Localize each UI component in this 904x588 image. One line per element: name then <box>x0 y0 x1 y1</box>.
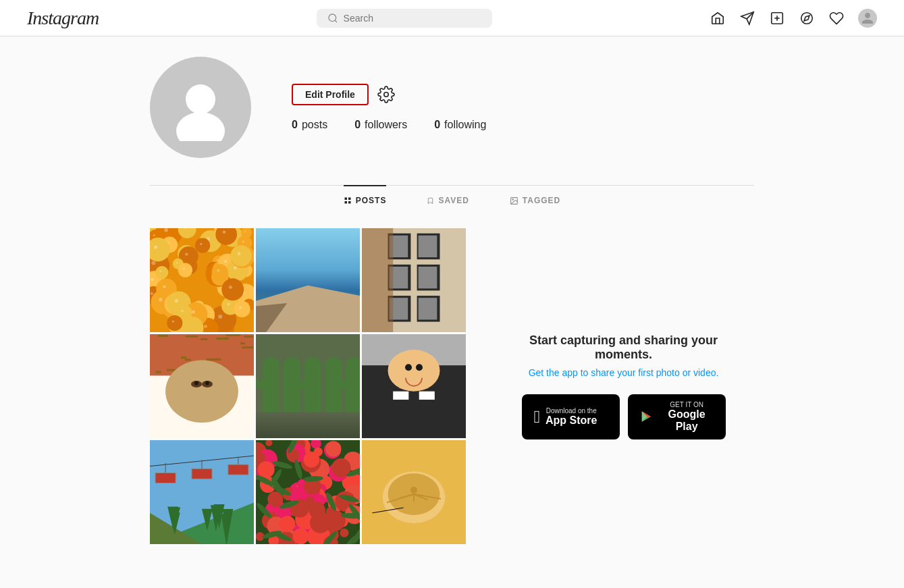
app-store-line1: Download on the <box>546 407 597 415</box>
main-header: Instagram <box>0 0 904 36</box>
svg-line-1 <box>335 20 337 22</box>
home-icon[interactable] <box>710 10 726 26</box>
svg-point-0 <box>329 14 336 22</box>
grid-cell-8[interactable] <box>256 440 360 544</box>
tab-saved-label: SAVED <box>438 196 469 205</box>
svg-rect-14 <box>344 201 347 204</box>
tag-icon <box>510 196 519 205</box>
tab-tagged[interactable]: TAGGED <box>510 185 560 215</box>
svg-marker-8 <box>804 16 809 21</box>
apple-icon:  <box>534 406 541 427</box>
grid-icon <box>344 196 352 205</box>
app-promo: Start capturing and sharing your moments… <box>493 228 754 544</box>
svg-point-17 <box>512 198 514 200</box>
followers-count: 0 <box>354 119 361 131</box>
tab-tagged-label: TAGGED <box>523 196 560 205</box>
add-post-icon[interactable] <box>769 10 785 26</box>
promo-subtitle: Get the app to share your first photo or… <box>529 367 719 378</box>
grid-cell-1[interactable] <box>150 228 254 332</box>
profile-stats: 0 posts 0 followers 0 following <box>292 119 754 131</box>
svg-point-11 <box>384 92 389 97</box>
profile-content: Start capturing and sharing your moments… <box>136 215 768 558</box>
heart-icon[interactable] <box>828 10 845 26</box>
grid-cell-2[interactable] <box>256 228 360 332</box>
app-badges:  Download on the App Store GET IT ON Go… <box>522 394 726 439</box>
bookmark-icon <box>427 196 434 205</box>
tab-posts[interactable]: POSTS <box>344 185 387 215</box>
google-play-button[interactable]: GET IT ON Google Play <box>628 394 726 439</box>
promo-title: Start capturing and sharing your moments… <box>506 333 741 362</box>
search-input[interactable] <box>344 13 481 24</box>
instagram-logo: Instagram <box>27 7 99 29</box>
search-bar[interactable] <box>317 9 492 28</box>
svg-point-9 <box>186 84 215 114</box>
app-store-button[interactable]:  Download on the App Store <box>522 394 620 439</box>
followers-stat[interactable]: 0 followers <box>354 119 407 131</box>
svg-rect-13 <box>348 198 351 201</box>
following-label: following <box>444 119 486 131</box>
google-play-icon <box>640 408 655 425</box>
svg-point-7 <box>801 12 813 24</box>
grid-cell-4[interactable] <box>150 334 254 438</box>
app-store-line2: App Store <box>546 415 597 427</box>
grid-cell-5[interactable] <box>256 334 360 438</box>
grid-cell-3[interactable] <box>362 228 466 332</box>
grid-cell-7[interactable] <box>150 440 254 544</box>
search-icon <box>327 13 338 24</box>
google-play-line1: GET IT ON <box>660 401 714 408</box>
following-stat[interactable]: 0 following <box>434 119 486 131</box>
profile-actions: Edit Profile <box>292 84 754 105</box>
direct-icon[interactable] <box>739 10 755 26</box>
explore-icon[interactable] <box>799 10 815 26</box>
svg-rect-15 <box>348 201 351 204</box>
svg-point-10 <box>176 112 225 141</box>
posts-count: 0 <box>292 119 298 131</box>
followers-label: followers <box>365 119 407 131</box>
tab-saved[interactable]: SAVED <box>427 185 469 215</box>
profile-header: Edit Profile 0 posts 0 followers <box>150 57 754 171</box>
posts-stat[interactable]: 0 posts <box>292 119 327 131</box>
profile-section: Edit Profile 0 posts 0 followers <box>136 36 768 215</box>
profile-tabs: POSTS SAVED TAGGED <box>150 185 754 215</box>
profile-info: Edit Profile 0 posts 0 followers <box>292 84 754 131</box>
following-count: 0 <box>434 119 440 131</box>
profile-avatar[interactable] <box>150 57 251 158</box>
posts-label: posts <box>302 119 327 131</box>
profile-avatar-nav[interactable] <box>858 9 877 28</box>
photo-grid <box>150 228 466 544</box>
grid-cell-6[interactable] <box>362 334 466 438</box>
edit-profile-button[interactable]: Edit Profile <box>292 84 369 105</box>
svg-rect-12 <box>344 198 347 201</box>
main-nav <box>710 9 877 28</box>
grid-cell-9[interactable] <box>362 440 466 544</box>
settings-icon[interactable] <box>377 85 396 104</box>
svg-line-19 <box>510 200 515 204</box>
google-play-line2: Google Play <box>660 408 714 433</box>
tab-posts-label: POSTS <box>356 196 387 205</box>
